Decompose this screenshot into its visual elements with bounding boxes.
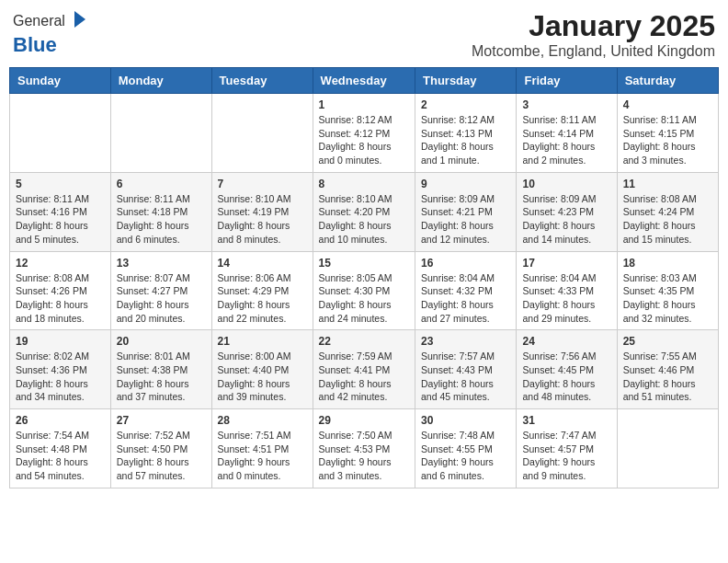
cell-info: Sunrise: 7:55 AMSunset: 4:46 PMDaylight:… (623, 350, 712, 404)
day-number: 31 (522, 414, 610, 427)
calendar-week-row: 1Sunrise: 8:12 AMSunset: 4:12 PMDaylight… (10, 94, 719, 173)
day-number: 16 (421, 257, 510, 270)
cell-info: Sunrise: 8:09 AMSunset: 4:23 PMDaylight:… (522, 192, 610, 247)
cell-info: Sunrise: 7:56 AMSunset: 4:45 PMDaylight:… (522, 350, 610, 404)
calendar-cell: 7Sunrise: 8:10 AMSunset: 4:19 PMDaylight… (211, 172, 313, 251)
cell-info: Sunrise: 8:09 AMSunset: 4:21 PMDaylight:… (421, 192, 510, 247)
cell-info: Sunrise: 8:02 AMSunset: 4:36 PMDaylight:… (16, 350, 105, 404)
cell-info: Sunrise: 8:11 AMSunset: 4:18 PMDaylight:… (117, 192, 206, 247)
calendar-cell: 29Sunrise: 7:50 AMSunset: 4:53 PMDayligh… (313, 409, 415, 488)
calendar-cell: 26Sunrise: 7:54 AMSunset: 4:48 PMDayligh… (10, 409, 111, 488)
calendar-cell: 3Sunrise: 8:11 AMSunset: 4:14 PMDaylight… (517, 94, 617, 173)
calendar-week-row: 5Sunrise: 8:11 AMSunset: 4:16 PMDaylight… (10, 172, 719, 251)
day-number: 7 (218, 178, 307, 190)
month-title: January 2025 (472, 9, 715, 43)
calendar-cell: 12Sunrise: 8:08 AMSunset: 4:26 PMDayligh… (10, 251, 111, 330)
svg-marker-0 (74, 11, 85, 28)
day-number: 20 (117, 335, 206, 348)
calendar-cell: 8Sunrise: 8:10 AMSunset: 4:20 PMDaylight… (313, 172, 415, 251)
calendar-cell: 5Sunrise: 8:11 AMSunset: 4:16 PMDaylight… (10, 172, 111, 251)
day-number: 2 (421, 98, 510, 111)
cell-info: Sunrise: 7:57 AMSunset: 4:43 PMDaylight:… (421, 350, 510, 404)
column-header-friday: Friday (517, 68, 617, 94)
logo-triangle-icon (67, 9, 87, 29)
day-number: 23 (421, 335, 510, 348)
day-number: 9 (421, 178, 510, 190)
day-number: 26 (16, 414, 105, 427)
calendar-cell: 18Sunrise: 8:03 AMSunset: 4:35 PMDayligh… (617, 251, 718, 330)
calendar-cell: 15Sunrise: 8:05 AMSunset: 4:30 PMDayligh… (313, 251, 415, 330)
calendar-cell: 30Sunrise: 7:48 AMSunset: 4:55 PMDayligh… (415, 409, 517, 488)
cell-info: Sunrise: 8:05 AMSunset: 4:30 PMDaylight:… (319, 271, 409, 326)
day-number: 11 (623, 178, 712, 190)
calendar-cell (110, 94, 211, 173)
cell-info: Sunrise: 8:04 AMSunset: 4:32 PMDaylight:… (421, 271, 510, 326)
calendar-cell: 4Sunrise: 8:11 AMSunset: 4:15 PMDaylight… (617, 94, 718, 173)
day-number: 6 (117, 178, 206, 190)
calendar-cell (617, 409, 718, 488)
calendar-table: SundayMondayTuesdayWednesdayThursdayFrid… (9, 67, 719, 488)
day-number: 17 (522, 257, 610, 270)
cell-info: Sunrise: 8:07 AMSunset: 4:27 PMDaylight:… (117, 271, 206, 326)
cell-info: Sunrise: 8:08 AMSunset: 4:24 PMDaylight:… (623, 192, 712, 247)
column-header-monday: Monday (110, 68, 211, 94)
logo-general-text: General (13, 13, 65, 29)
calendar-week-row: 12Sunrise: 8:08 AMSunset: 4:26 PMDayligh… (10, 251, 719, 330)
cell-info: Sunrise: 8:06 AMSunset: 4:29 PMDaylight:… (218, 271, 307, 326)
calendar-cell: 24Sunrise: 7:56 AMSunset: 4:45 PMDayligh… (517, 330, 617, 409)
day-number: 10 (522, 178, 610, 190)
calendar-cell (211, 94, 313, 173)
calendar-cell: 31Sunrise: 7:47 AMSunset: 4:57 PMDayligh… (517, 409, 617, 488)
cell-info: Sunrise: 8:08 AMSunset: 4:26 PMDaylight:… (16, 271, 105, 326)
calendar-cell: 14Sunrise: 8:06 AMSunset: 4:29 PMDayligh… (211, 251, 313, 330)
column-header-thursday: Thursday (415, 68, 517, 94)
page-header: General Blue January 2025 Motcombe, Engl… (9, 9, 719, 60)
calendar-week-row: 19Sunrise: 8:02 AMSunset: 4:36 PMDayligh… (10, 330, 719, 409)
day-number: 19 (16, 335, 105, 348)
cell-info: Sunrise: 8:01 AMSunset: 4:38 PMDaylight:… (117, 350, 206, 404)
cell-info: Sunrise: 8:10 AMSunset: 4:19 PMDaylight:… (218, 192, 307, 247)
day-number: 25 (623, 335, 712, 348)
day-number: 13 (117, 257, 206, 270)
cell-info: Sunrise: 7:48 AMSunset: 4:55 PMDaylight:… (421, 429, 510, 483)
cell-info: Sunrise: 7:59 AMSunset: 4:41 PMDaylight:… (319, 350, 409, 404)
calendar-cell: 16Sunrise: 8:04 AMSunset: 4:32 PMDayligh… (415, 251, 517, 330)
calendar-cell: 17Sunrise: 8:04 AMSunset: 4:33 PMDayligh… (517, 251, 617, 330)
cell-info: Sunrise: 8:03 AMSunset: 4:35 PMDaylight:… (623, 271, 712, 326)
day-number: 28 (218, 414, 307, 427)
calendar-cell: 21Sunrise: 8:00 AMSunset: 4:40 PMDayligh… (211, 330, 313, 409)
calendar-cell: 1Sunrise: 8:12 AMSunset: 4:12 PMDaylight… (313, 94, 415, 173)
calendar-cell: 27Sunrise: 7:52 AMSunset: 4:50 PMDayligh… (110, 409, 211, 488)
column-header-tuesday: Tuesday (211, 68, 313, 94)
calendar-cell: 19Sunrise: 8:02 AMSunset: 4:36 PMDayligh… (10, 330, 111, 409)
logo: General Blue (13, 9, 87, 57)
cell-info: Sunrise: 7:47 AMSunset: 4:57 PMDaylight:… (522, 429, 610, 483)
day-number: 30 (421, 414, 510, 427)
column-header-saturday: Saturday (617, 68, 718, 94)
title-section: January 2025 Motcombe, England, United K… (472, 9, 715, 60)
day-number: 21 (218, 335, 307, 348)
calendar-cell: 25Sunrise: 7:55 AMSunset: 4:46 PMDayligh… (617, 330, 718, 409)
day-number: 24 (522, 335, 610, 348)
cell-info: Sunrise: 8:04 AMSunset: 4:33 PMDaylight:… (522, 271, 610, 326)
calendar-header-row: SundayMondayTuesdayWednesdayThursdayFrid… (10, 68, 719, 94)
day-number: 4 (623, 98, 712, 111)
calendar-cell: 28Sunrise: 7:51 AMSunset: 4:51 PMDayligh… (211, 409, 313, 488)
cell-info: Sunrise: 8:12 AMSunset: 4:13 PMDaylight:… (421, 113, 510, 167)
day-number: 5 (16, 178, 105, 190)
day-number: 3 (522, 98, 610, 111)
cell-info: Sunrise: 7:54 AMSunset: 4:48 PMDaylight:… (16, 429, 105, 483)
cell-info: Sunrise: 7:50 AMSunset: 4:53 PMDaylight:… (319, 429, 409, 483)
cell-info: Sunrise: 8:11 AMSunset: 4:15 PMDaylight:… (623, 113, 712, 167)
calendar-cell: 9Sunrise: 8:09 AMSunset: 4:21 PMDaylight… (415, 172, 517, 251)
calendar-cell: 6Sunrise: 8:11 AMSunset: 4:18 PMDaylight… (110, 172, 211, 251)
calendar-cell: 11Sunrise: 8:08 AMSunset: 4:24 PMDayligh… (617, 172, 718, 251)
cell-info: Sunrise: 8:11 AMSunset: 4:16 PMDaylight:… (16, 192, 105, 247)
cell-info: Sunrise: 8:10 AMSunset: 4:20 PMDaylight:… (319, 192, 409, 247)
day-number: 29 (319, 414, 409, 427)
column-header-sunday: Sunday (10, 68, 111, 94)
cell-info: Sunrise: 7:51 AMSunset: 4:51 PMDaylight:… (218, 429, 307, 483)
day-number: 1 (319, 98, 409, 111)
calendar-cell: 10Sunrise: 8:09 AMSunset: 4:23 PMDayligh… (517, 172, 617, 251)
day-number: 15 (319, 257, 409, 270)
